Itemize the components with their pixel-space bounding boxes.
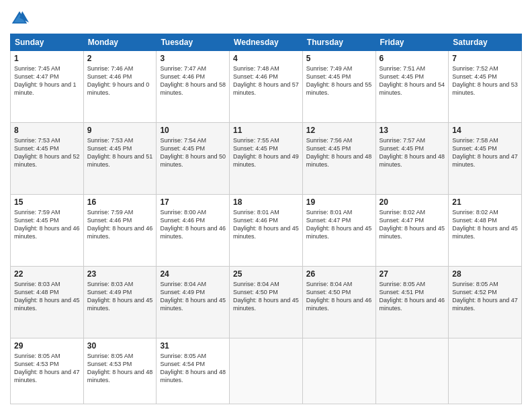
day-info: Sunrise: 7:51 AMSunset: 4:45 PMDaylight:… (380, 64, 445, 97)
day-info: Sunrise: 7:53 AMSunset: 4:45 PMDaylight:… (87, 136, 153, 169)
calendar-header-saturday: Saturday (449, 34, 522, 51)
calendar-header-tuesday: Tuesday (157, 34, 230, 51)
calendar-week-row: 8Sunrise: 7:53 AMSunset: 4:45 PMDaylight… (11, 122, 522, 194)
calendar-cell (449, 338, 522, 404)
day-number: 14 (452, 126, 518, 135)
day-info: Sunrise: 8:03 AMSunset: 4:48 PMDaylight:… (14, 280, 80, 313)
day-number: 5 (306, 54, 372, 63)
day-info: Sunrise: 7:58 AMSunset: 4:45 PMDaylight:… (452, 136, 518, 169)
calendar-cell: 16Sunrise: 7:59 AMSunset: 4:46 PMDayligh… (83, 194, 157, 266)
day-info: Sunrise: 8:04 AMSunset: 4:50 PMDaylight:… (233, 280, 299, 313)
calendar-table: SundayMondayTuesdayWednesdayThursdayFrid… (10, 34, 522, 404)
calendar-cell: 25Sunrise: 8:04 AMSunset: 4:50 PMDayligh… (230, 266, 303, 338)
day-number: 16 (87, 197, 153, 207)
day-info: Sunrise: 7:48 AMSunset: 4:46 PMDaylight:… (233, 64, 299, 97)
calendar-cell: 11Sunrise: 7:55 AMSunset: 4:45 PMDayligh… (230, 122, 303, 194)
day-info: Sunrise: 8:05 AMSunset: 4:51 PMDaylight:… (380, 280, 445, 313)
calendar-cell (230, 338, 303, 404)
day-info: Sunrise: 7:47 AMSunset: 4:46 PMDaylight:… (160, 64, 226, 97)
day-number: 29 (14, 341, 80, 351)
day-number: 13 (380, 126, 445, 135)
day-number: 10 (160, 126, 226, 135)
day-info: Sunrise: 7:54 AMSunset: 4:45 PMDaylight:… (160, 136, 226, 169)
calendar-cell: 9Sunrise: 7:53 AMSunset: 4:45 PMDaylight… (83, 122, 157, 194)
calendar-header-monday: Monday (83, 34, 157, 51)
day-number: 9 (87, 126, 153, 135)
day-number: 11 (233, 126, 299, 135)
calendar-cell (375, 338, 449, 404)
calendar-cell: 20Sunrise: 8:02 AMSunset: 4:47 PMDayligh… (375, 194, 449, 266)
calendar-cell: 13Sunrise: 7:57 AMSunset: 4:45 PMDayligh… (375, 122, 449, 194)
day-number: 12 (306, 126, 372, 135)
calendar-cell: 4Sunrise: 7:48 AMSunset: 4:46 PMDaylight… (230, 51, 303, 123)
calendar-cell: 3Sunrise: 7:47 AMSunset: 4:46 PMDaylight… (157, 51, 230, 123)
calendar-cell: 10Sunrise: 7:54 AMSunset: 4:45 PMDayligh… (157, 122, 230, 194)
day-info: Sunrise: 7:59 AMSunset: 4:45 PMDaylight:… (14, 208, 80, 241)
day-number: 22 (14, 269, 80, 279)
day-info: Sunrise: 8:00 AMSunset: 4:46 PMDaylight:… (160, 208, 226, 241)
day-info: Sunrise: 8:05 AMSunset: 4:53 PMDaylight:… (87, 352, 153, 385)
day-info: Sunrise: 8:01 AMSunset: 4:47 PMDaylight:… (306, 208, 372, 241)
day-number: 4 (233, 54, 299, 63)
calendar-header-sunday: Sunday (11, 34, 84, 51)
calendar-cell: 19Sunrise: 8:01 AMSunset: 4:47 PMDayligh… (302, 194, 375, 266)
day-info: Sunrise: 7:57 AMSunset: 4:45 PMDaylight:… (380, 136, 445, 169)
day-number: 28 (452, 269, 518, 279)
day-number: 27 (380, 269, 445, 279)
day-number: 25 (233, 269, 299, 279)
day-number: 26 (306, 269, 372, 279)
calendar-header-friday: Friday (375, 34, 449, 51)
calendar-cell: 1Sunrise: 7:45 AMSunset: 4:47 PMDaylight… (11, 51, 84, 123)
calendar-header-row: SundayMondayTuesdayWednesdayThursdayFrid… (11, 34, 522, 51)
day-number: 24 (160, 269, 226, 279)
calendar-cell: 14Sunrise: 7:58 AMSunset: 4:45 PMDayligh… (449, 122, 522, 194)
day-info: Sunrise: 8:01 AMSunset: 4:46 PMDaylight:… (233, 208, 299, 241)
day-info: Sunrise: 8:02 AMSunset: 4:48 PMDaylight:… (452, 208, 518, 241)
day-number: 20 (380, 197, 445, 207)
day-info: Sunrise: 7:46 AMSunset: 4:46 PMDaylight:… (87, 64, 153, 97)
day-info: Sunrise: 8:04 AMSunset: 4:49 PMDaylight:… (160, 280, 226, 313)
calendar-cell: 12Sunrise: 7:56 AMSunset: 4:45 PMDayligh… (302, 122, 375, 194)
day-number: 21 (452, 197, 518, 207)
calendar-week-row: 1Sunrise: 7:45 AMSunset: 4:47 PMDaylight… (11, 51, 522, 123)
day-number: 6 (380, 54, 445, 63)
day-info: Sunrise: 8:05 AMSunset: 4:53 PMDaylight:… (14, 352, 80, 385)
calendar-cell: 23Sunrise: 8:03 AMSunset: 4:49 PMDayligh… (83, 266, 157, 338)
calendar-cell: 18Sunrise: 8:01 AMSunset: 4:46 PMDayligh… (230, 194, 303, 266)
calendar-cell: 30Sunrise: 8:05 AMSunset: 4:53 PMDayligh… (83, 338, 157, 404)
calendar-cell: 17Sunrise: 8:00 AMSunset: 4:46 PMDayligh… (157, 194, 230, 266)
day-info: Sunrise: 8:04 AMSunset: 4:50 PMDaylight:… (306, 280, 372, 313)
day-info: Sunrise: 8:02 AMSunset: 4:47 PMDaylight:… (380, 208, 445, 241)
logo-icon (10, 9, 29, 28)
day-info: Sunrise: 7:56 AMSunset: 4:45 PMDaylight:… (306, 136, 372, 169)
day-number: 2 (87, 54, 153, 63)
day-number: 31 (160, 341, 226, 351)
day-number: 18 (233, 197, 299, 207)
day-info: Sunrise: 8:05 AMSunset: 4:54 PMDaylight:… (160, 352, 226, 385)
calendar-week-row: 15Sunrise: 7:59 AMSunset: 4:45 PMDayligh… (11, 194, 522, 266)
day-info: Sunrise: 7:55 AMSunset: 4:45 PMDaylight:… (233, 136, 299, 169)
calendar-cell (302, 338, 375, 404)
calendar-cell: 21Sunrise: 8:02 AMSunset: 4:48 PMDayligh… (449, 194, 522, 266)
logo (10, 9, 32, 28)
day-number: 1 (14, 54, 80, 63)
day-info: Sunrise: 7:53 AMSunset: 4:45 PMDaylight:… (14, 136, 80, 169)
calendar-cell: 24Sunrise: 8:04 AMSunset: 4:49 PMDayligh… (157, 266, 230, 338)
calendar-cell: 15Sunrise: 7:59 AMSunset: 4:45 PMDayligh… (11, 194, 84, 266)
calendar-cell: 29Sunrise: 8:05 AMSunset: 4:53 PMDayligh… (11, 338, 84, 404)
day-info: Sunrise: 7:45 AMSunset: 4:47 PMDaylight:… (14, 64, 80, 97)
day-number: 23 (87, 269, 153, 279)
day-info: Sunrise: 8:05 AMSunset: 4:52 PMDaylight:… (452, 280, 518, 313)
day-number: 15 (14, 197, 80, 207)
calendar-cell: 8Sunrise: 7:53 AMSunset: 4:45 PMDaylight… (11, 122, 84, 194)
calendar-cell: 22Sunrise: 8:03 AMSunset: 4:48 PMDayligh… (11, 266, 84, 338)
calendar-header-wednesday: Wednesday (230, 34, 303, 51)
day-info: Sunrise: 7:52 AMSunset: 4:45 PMDaylight:… (452, 64, 518, 97)
day-info: Sunrise: 7:59 AMSunset: 4:46 PMDaylight:… (87, 208, 153, 241)
calendar-cell: 26Sunrise: 8:04 AMSunset: 4:50 PMDayligh… (302, 266, 375, 338)
calendar-cell: 2Sunrise: 7:46 AMSunset: 4:46 PMDaylight… (83, 51, 157, 123)
calendar-cell: 28Sunrise: 8:05 AMSunset: 4:52 PMDayligh… (449, 266, 522, 338)
calendar-week-row: 22Sunrise: 8:03 AMSunset: 4:48 PMDayligh… (11, 266, 522, 338)
day-number: 19 (306, 197, 372, 207)
calendar-cell: 31Sunrise: 8:05 AMSunset: 4:54 PMDayligh… (157, 338, 230, 404)
